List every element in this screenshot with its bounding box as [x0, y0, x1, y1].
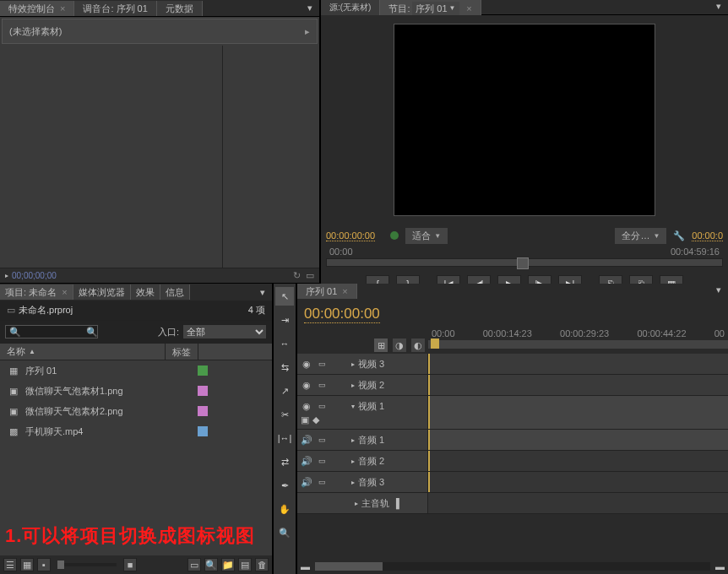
label-swatch[interactable] [198, 406, 208, 416]
list-item[interactable]: ▩ 手机聊天.mp4 [0, 421, 272, 441]
play-icon[interactable]: ▸ [5, 272, 8, 279]
close-icon[interactable]: × [342, 286, 347, 296]
rolling-edit-tool[interactable]: ⇆ [275, 358, 294, 376]
tab-info[interactable]: 信息 [160, 284, 190, 300]
razor-tool[interactable]: ✂ [275, 405, 294, 424]
new-bin-button[interactable]: 📁 [221, 558, 235, 571]
tab-effects[interactable]: 效果 [131, 284, 160, 300]
col-name-header[interactable]: 名称▲ [0, 344, 166, 360]
hand-tool[interactable]: ✋ [275, 500, 294, 518]
program-timecode[interactable]: 00:00:00:00 [326, 230, 375, 241]
expand-icon[interactable]: ▾ [351, 403, 355, 410]
speaker-icon[interactable]: 🔊 [301, 477, 312, 488]
expand-icon[interactable]: ▸ [351, 360, 355, 368]
tab-fx-control[interactable]: 特效控制台× [0, 1, 74, 16]
search-input[interactable] [5, 325, 98, 338]
list-view-button[interactable]: ☰ [3, 558, 17, 571]
folder-icon[interactable]: ▭ [306, 270, 314, 281]
expand-icon[interactable]: ▸ [351, 458, 355, 465]
list-item[interactable]: ▣ 微信聊天气泡素材2.png [0, 401, 272, 421]
panel-menu-icon[interactable]: ▾ [713, 0, 725, 12]
pen-tool[interactable]: ✒ [275, 476, 294, 495]
track-a3[interactable]: 🔊▭▸音频 3 [297, 472, 728, 493]
lock-icon[interactable]: ▭ [316, 478, 328, 486]
close-icon[interactable]: × [60, 3, 65, 14]
delete-button[interactable]: 🗑 [255, 558, 269, 571]
eye-icon[interactable]: ◉ [301, 380, 312, 391]
duration-timecode[interactable]: 00:00:0 [692, 230, 723, 241]
icon-view-button[interactable]: ▦ [20, 558, 34, 571]
sequence-selector[interactable]: 序列 01 ▼ [412, 2, 459, 15]
zoom-in-icon[interactable]: ▬ [715, 561, 725, 571]
eye-icon[interactable]: ◉ [301, 359, 312, 370]
tab-source[interactable]: 源:(无素材) [321, 0, 380, 15]
close-icon[interactable]: × [466, 3, 471, 14]
label-swatch[interactable] [198, 386, 208, 396]
slip-tool[interactable]: |↔| [275, 429, 294, 447]
track-master[interactable]: ▸主音轨▐ [297, 493, 728, 514]
track-select-tool[interactable]: ⇥ [275, 311, 294, 329]
zoom-tool[interactable]: 🔍 [275, 523, 294, 542]
list-item[interactable]: ▦ 序列 01 [0, 360, 272, 381]
preview-ruler[interactable]: 00:00 00:04:59:16 [326, 246, 723, 272]
panel-menu-icon[interactable]: ▾ [713, 284, 725, 295]
playhead[interactable] [431, 338, 439, 349]
project-list[interactable]: ▦ 序列 01 ▣ 微信聊天气泡素材1.png ▣ 微信聊天气泡素材2.png … [0, 360, 272, 555]
wrench-icon[interactable]: 🔧 [673, 230, 685, 241]
track-a1[interactable]: 🔊▭▸音频 1 [297, 430, 728, 451]
zoom-icon[interactable]: ↻ [293, 270, 301, 281]
timeline-timecode[interactable]: 00:00:00:00 [304, 306, 380, 323]
keyframe-icon[interactable]: ▣ [301, 414, 309, 425]
lock-icon[interactable]: ▭ [316, 381, 328, 389]
thumb-size-slider[interactable] [57, 563, 117, 566]
marker-button[interactable]: ◑ [393, 338, 406, 352]
auto-match-button[interactable]: ▭ [187, 558, 201, 571]
resolution-selector[interactable]: 全分…▼ [615, 228, 666, 244]
tab-mixer[interactable]: 调音台: 序列 01 [74, 1, 156, 16]
label-swatch[interactable] [198, 426, 208, 436]
selection-tool[interactable]: ↖ [275, 287, 294, 306]
panel-menu-icon[interactable]: ▾ [304, 3, 316, 14]
scroll-thumb[interactable] [315, 562, 383, 571]
timeline-ruler[interactable]: ⊞ ◑ ◐ 00:00 00:00:14:23 00:00:29:23 00:0… [297, 328, 728, 354]
panel-menu-icon[interactable]: ▾ [257, 286, 269, 298]
search-icon[interactable]: 🔍 [86, 327, 98, 338]
chevron-right-icon[interactable]: ▸ [305, 26, 310, 37]
speaker-icon[interactable]: 🔊 [301, 435, 312, 446]
expand-icon[interactable]: ▸ [351, 436, 355, 444]
rate-stretch-tool[interactable]: ↗ [275, 382, 294, 400]
ripple-edit-tool[interactable]: ↔ [275, 334, 294, 353]
lock-icon[interactable]: ▭ [316, 436, 328, 444]
eye-icon[interactable]: ◉ [301, 401, 312, 412]
lock-icon[interactable]: ▭ [316, 360, 328, 368]
tab-sequence[interactable]: 序列 01× [297, 284, 357, 299]
track-v2[interactable]: ◉▭▸视频 2 [297, 375, 728, 396]
new-item-button[interactable]: ▤ [238, 558, 252, 571]
zoom-out-icon[interactable]: ▬ [301, 561, 310, 571]
track-v1[interactable]: ◉▭▾视频 1 ▣◆ [297, 396, 728, 430]
expand-icon[interactable]: ▸ [351, 479, 355, 486]
opacity-icon[interactable]: ◆ [312, 414, 319, 425]
fit-selector[interactable]: 适合▼ [405, 228, 448, 244]
tab-project[interactable]: 项目: 未命名× [0, 284, 73, 300]
label-swatch[interactable] [198, 366, 208, 376]
program-monitor[interactable] [321, 15, 728, 225]
col-label-header[interactable]: 标签 [166, 344, 198, 360]
expand-icon[interactable]: ▸ [351, 382, 355, 389]
snap-button[interactable]: ⊞ [374, 338, 388, 352]
expand-icon[interactable]: ▸ [355, 500, 358, 507]
tab-media-browser[interactable]: 媒体浏览器 [73, 284, 131, 300]
close-icon[interactable]: × [62, 287, 67, 297]
lock-icon[interactable]: ▭ [316, 457, 328, 465]
tab-metadata[interactable]: 元数据 [157, 1, 203, 16]
settings-button[interactable]: ◐ [411, 338, 425, 352]
slide-tool[interactable]: ⇄ [275, 452, 294, 471]
list-item[interactable]: ▣ 微信聊天气泡素材1.png [0, 381, 272, 401]
track-a2[interactable]: 🔊▭▸音频 2 [297, 451, 728, 472]
speaker-icon[interactable]: 🔊 [301, 456, 312, 467]
find-button[interactable]: 🔍 [204, 558, 218, 571]
lock-icon[interactable]: ▭ [316, 402, 328, 410]
fx-timecode[interactable]: 00;00;00;00 [12, 271, 57, 280]
track-v3[interactable]: ◉▭▸视频 3 [297, 354, 728, 375]
scroll-handle[interactable] [517, 257, 529, 269]
